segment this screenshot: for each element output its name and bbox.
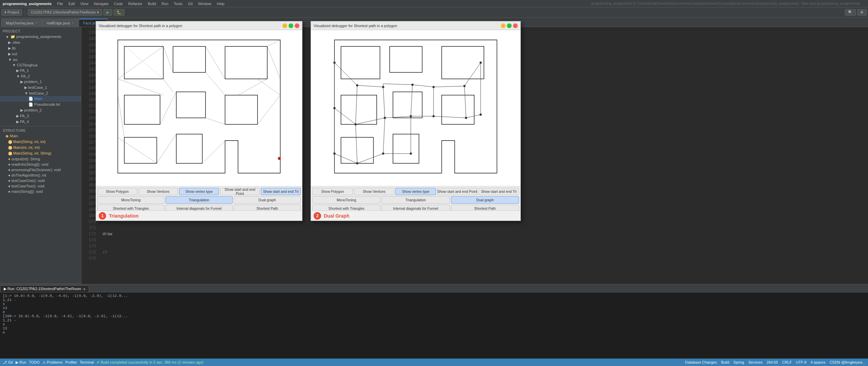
structure-item-main-method[interactable]: ● main(String[]): void: [0, 189, 81, 194]
close-tab-mapoverlay[interactable]: ×: [36, 21, 38, 25]
sidebar-item-cgtsinghua[interactable]: ▼ CGTsinghua: [0, 62, 81, 68]
toolbar: ▾ Project CG2017PA2-1ShortestPathinTheRo…: [0, 7, 868, 18]
viz2-close-btn[interactable]: ×: [513, 23, 518, 28]
menu-build[interactable]: Build: [148, 2, 156, 6]
menu-refactor[interactable]: Refactor: [128, 2, 142, 6]
viz2-show-vertices-btn[interactable]: Show Vertices: [354, 188, 395, 195]
viz1-show-vertices-btn[interactable]: Show Vertices: [138, 188, 178, 195]
sidebar-item-main[interactable]: 📄 Main: [0, 96, 81, 102]
status-encoding: UTF-8: [796, 360, 806, 364]
status-run[interactable]: ▶ Run: [16, 360, 26, 365]
sidebar-item-root[interactable]: ▼ 📁 programming_assignments: [0, 34, 81, 40]
viz2-label-text: Dual Graph: [324, 213, 349, 219]
close-run-tab[interactable]: ×: [83, 287, 85, 291]
sidebar-item-testcase1[interactable]: ▶ testCase_1: [0, 85, 81, 90]
svg-rect-32: [390, 46, 422, 73]
menu-app[interactable]: programming_assignments: [3, 2, 52, 6]
structure-item-processingfile[interactable]: ● processingFile(Scanner): void: [0, 167, 81, 172]
project-selector[interactable]: ▾ Project: [1, 9, 22, 16]
sidebar-project-title: Project: [0, 28, 81, 34]
structure-item-constructor3[interactable]: ⬤ Main(String, int, String): [0, 150, 81, 156]
sidebar-item-src[interactable]: ▼ src: [0, 57, 81, 62]
viz1-monotoning-btn[interactable]: MonoToning: [97, 196, 164, 204]
viz2-show-start-end-point-btn[interactable]: Show start and end Point: [437, 188, 478, 195]
viz2-minimize-btn[interactable]: −: [501, 23, 506, 28]
structure-item-constructor2[interactable]: ⬤ Main(int, int, int): [0, 145, 81, 150]
structure-item-testcaseone[interactable]: ● testCaseOne(): void: [0, 178, 81, 183]
menu-tools[interactable]: Tools: [174, 2, 183, 6]
status-problems[interactable]: ⚠ Problems: [42, 360, 63, 365]
svg-point-69: [382, 152, 384, 155]
sidebar-item-pseudocode[interactable]: 📄 Pseudocode.txt: [0, 102, 81, 107]
viz1-show-start-end-point-btn[interactable]: Show start and end Point: [220, 188, 260, 195]
structure-item-constructor1[interactable]: ⬤ Main(String, int, int): [0, 139, 81, 145]
viz1-triangulation-btn[interactable]: Triangulation: [165, 196, 233, 204]
tab-mapoverlay[interactable]: MapOverlay.java ×: [1, 19, 42, 27]
viz-canvas-1: [96, 30, 302, 186]
sidebar-item-pa2[interactable]: ▼ PA_2: [0, 74, 81, 79]
menu-view[interactable]: View: [80, 2, 88, 6]
svg-point-66: [433, 115, 435, 117]
menu-window[interactable]: Window: [198, 2, 211, 6]
viz2-dual-graph-btn[interactable]: Dual graph: [451, 196, 519, 204]
sidebar-item-problem1[interactable]: ▶ problem_1: [0, 79, 81, 85]
status-crlf: CRLF: [782, 360, 792, 364]
menu-code[interactable]: Code: [114, 2, 123, 6]
sidebar-item-testcase2[interactable]: ▼ testCase_2: [0, 90, 81, 96]
status-build[interactable]: Build: [721, 360, 729, 364]
run-config-selector[interactable]: CG2017PA2-1ShortestPathinTheRoom ▾: [28, 9, 102, 16]
status-spring[interactable]: Spring: [733, 360, 744, 364]
status-git[interactable]: ⎇ Git: [3, 360, 13, 365]
viz1-maximize-btn[interactable]: □: [289, 23, 293, 28]
viz2-show-start-end-tri-btn[interactable]: Show start and end Tri: [478, 188, 519, 195]
viz2-monotoning-btn[interactable]: MonoToning: [312, 196, 380, 204]
sidebar-item-pa3[interactable]: ▶ PA_3: [0, 113, 81, 119]
svg-point-70: [410, 152, 412, 155]
svg-point-64: [384, 117, 386, 119]
sidebar-item-out[interactable]: ▶ out: [0, 51, 81, 57]
structure-item-testcasetwo[interactable]: ● testCaseTwo(): void: [0, 183, 81, 189]
viz2-label-num: 2: [314, 212, 321, 220]
structure-item-readinfo[interactable]: ● readInfo(String[]): void: [0, 162, 81, 167]
structure-item-output[interactable]: ● output(int): String: [0, 156, 81, 162]
menu-navigate[interactable]: Navigate: [94, 2, 108, 6]
sidebar-item-idea[interactable]: ▶ .idea: [0, 40, 81, 45]
viz1-close-btn[interactable]: ×: [295, 23, 299, 28]
viz-window-2[interactable]: Visualized debugger for Shortest path in…: [311, 21, 521, 221]
status-profiler[interactable]: Profiler: [65, 360, 77, 364]
menu-help[interactable]: Help: [217, 2, 224, 6]
viz2-maximize-btn[interactable]: □: [507, 23, 512, 28]
viz2-triangulation-btn[interactable]: Triangulation: [381, 196, 450, 204]
status-services[interactable]: Services: [748, 360, 763, 364]
tab-halfedge[interactable]: HalfEdge.java ×: [42, 19, 78, 27]
status-todo[interactable]: TODO: [29, 360, 40, 364]
menu-run[interactable]: Run: [161, 2, 168, 6]
viz2-show-vertex-type-btn[interactable]: Show vertex type: [395, 188, 436, 195]
menu-file[interactable]: File: [57, 2, 63, 6]
settings-btn[interactable]: ⚙: [857, 9, 867, 16]
svg-rect-35: [393, 92, 422, 118]
viz1-show-vertex-type-btn[interactable]: Show vertex type: [179, 188, 219, 195]
viz1-show-polygon-btn[interactable]: Show Polygon: [97, 188, 137, 195]
run-btn[interactable]: ▶: [103, 9, 112, 16]
viz1-dual-graph-btn[interactable]: Dual graph: [234, 196, 301, 204]
menu-git[interactable]: Git: [188, 2, 193, 6]
debug-btn[interactable]: 🐛: [114, 9, 124, 16]
run-tab[interactable]: ▶ Run: CG2017PA2-1ShortestPathinTheRoom …: [0, 285, 89, 292]
viz2-show-polygon-btn[interactable]: Show Polygon: [312, 188, 353, 195]
close-tab-halfedge[interactable]: ×: [72, 21, 74, 25]
viz-window-1[interactable]: Visualized debugger for Shortest path in…: [96, 21, 302, 221]
viz1-minimize-btn[interactable]: −: [282, 23, 287, 28]
sidebar-item-lib[interactable]: ▶ lib: [0, 45, 81, 51]
structure-item-class-main[interactable]: ◉ Main: [0, 133, 81, 139]
sidebar-item-pa4[interactable]: ▶ PA_4: [0, 119, 81, 125]
viz1-show-start-end-tri-btn[interactable]: Show start and end Tri: [261, 188, 301, 195]
status-terminal[interactable]: Terminal: [80, 360, 94, 364]
search-everywhere[interactable]: 🔍: [845, 9, 856, 16]
sidebar-item-pa1[interactable]: ▶ PA_1: [0, 68, 81, 74]
structure-item-doalgorithm[interactable]: ● doTheAlgorithm(): int: [0, 172, 81, 178]
sidebar-item-problem2[interactable]: ▶ problem_2: [0, 107, 81, 113]
menu-edit[interactable]: Edit: [68, 2, 75, 6]
status-db[interactable]: Database Changes: [685, 360, 717, 364]
svg-point-65: [410, 115, 412, 117]
